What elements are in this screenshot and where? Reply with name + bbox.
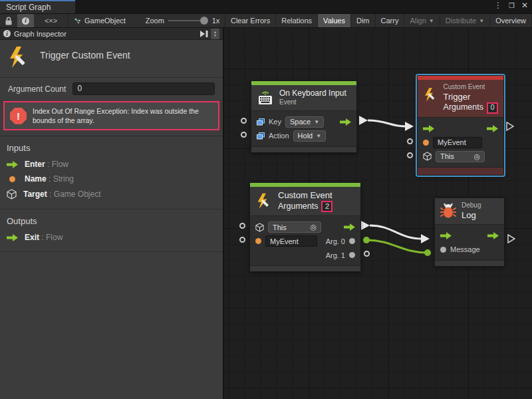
key-selector-icon	[257, 132, 265, 140]
wire-end-dot	[424, 249, 431, 256]
panel-spinner[interactable]: ▲▼	[211, 29, 219, 39]
node-footer	[418, 167, 503, 175]
node-trigger-custom-event[interactable]: Custom Event Trigger Arguments 0	[417, 75, 504, 176]
custom-event-icon	[255, 192, 273, 211]
port-log-exit[interactable]	[507, 234, 515, 243]
argument-count-row: Argument Count 0	[0, 78, 223, 99]
zoom-slider[interactable]	[168, 20, 205, 21]
event-name-input[interactable]: MyEvent	[265, 235, 317, 247]
more-menu-icon[interactable]: ⋮	[494, 1, 502, 10]
arg0-label: Arg. 0	[326, 237, 345, 245]
node-title: Trigger	[444, 92, 498, 102]
arg1-row: Arg. 1	[250, 248, 360, 262]
inspector-toggle-button[interactable]: i	[17, 14, 34, 27]
target-dropdown[interactable]: This ◎	[268, 221, 321, 233]
overview-button[interactable]: Overview	[490, 14, 532, 27]
arguments-count-field-error[interactable]: 2	[321, 201, 332, 212]
port-action-input[interactable]	[241, 132, 247, 138]
node-header[interactable]: Custom Event Arguments 2	[250, 187, 360, 215]
wire-start-arrow	[359, 116, 368, 125]
gameobject-reference-button[interactable]: GameObject	[80, 14, 131, 27]
flow-output-port[interactable]	[340, 118, 351, 126]
port-arg1-output[interactable]	[364, 251, 370, 257]
port-ce-target-input[interactable]	[239, 223, 245, 229]
action-dropdown[interactable]: Hold ▼	[293, 130, 327, 142]
arg0-output-port[interactable]	[349, 238, 355, 244]
arguments-label: Arguments	[278, 201, 318, 212]
node-category: Debug	[462, 201, 481, 210]
gameobject-cube-icon	[7, 189, 17, 200]
node-debug-log[interactable]: Debug Log	[434, 198, 505, 267]
distribute-button[interactable]: Distribute▼	[440, 14, 490, 27]
argument-count-input[interactable]: 0	[72, 82, 215, 95]
chevron-down-icon: ▼	[429, 18, 434, 24]
tab-script-graph[interactable]: Script Graph	[0, 0, 75, 13]
flow-output-port[interactable]	[487, 125, 498, 132]
chevron-down-icon: ▼	[479, 18, 484, 24]
keyboard-event-icon	[257, 90, 274, 106]
key-selector-icon	[257, 118, 265, 126]
dock-panel-icon[interactable]	[200, 30, 209, 38]
tab-bar: Script Graph ⋮ ❒ ✕	[0, 0, 532, 13]
unit-title: Trigger Custom Event	[40, 50, 130, 61]
port-trigger-name-input[interactable]	[407, 138, 413, 144]
arguments-count-field-error[interactable]: 0	[487, 102, 498, 114]
dim-button[interactable]: Dim	[351, 14, 376, 27]
graph-canvas[interactable]: On Keyboard Input Event Key Space ▼	[224, 28, 532, 399]
lock-button[interactable]	[0, 14, 17, 27]
node-header[interactable]: On Keyboard Input Event	[251, 85, 356, 110]
object-picker-icon[interactable]: ◎	[473, 152, 480, 161]
wire-arg0-to-message	[366, 240, 428, 253]
string-port[interactable]	[423, 140, 429, 146]
string-port[interactable]	[255, 238, 261, 244]
node-header[interactable]: Debug Log	[435, 198, 504, 224]
flow-arrow-icon	[7, 234, 18, 241]
wire-end-arrow	[405, 122, 414, 131]
flow-input-port[interactable]	[440, 232, 452, 239]
flow-output-port[interactable]	[344, 223, 355, 231]
node-on-keyboard-input[interactable]: On Keyboard Input Event Key Space ▼	[251, 80, 357, 153]
message-input-port[interactable]	[440, 247, 446, 253]
error-message-text: Index Out Of Range Exception: Index was …	[33, 106, 213, 125]
flow-input-port[interactable]	[423, 125, 434, 132]
port-key-input[interactable]	[241, 118, 247, 124]
code-preview-button[interactable]: <×>	[40, 14, 62, 27]
flow-output-port[interactable]	[487, 232, 499, 239]
target-dropdown[interactable]: This ◎	[436, 151, 485, 162]
graph-inspector-header[interactable]: i Graph Inspector ▲▼	[0, 28, 223, 40]
outputs-header: Outputs	[0, 213, 223, 230]
close-icon[interactable]: ✕	[521, 1, 528, 10]
port-ce-name-input[interactable]	[239, 237, 245, 243]
node-header[interactable]: Custom Event Trigger Arguments 0	[418, 80, 503, 117]
object-picker-icon[interactable]: ◎	[310, 223, 317, 231]
zoom-slider-handle[interactable]	[200, 17, 208, 25]
carry-button[interactable]: Carry	[376, 14, 405, 27]
maximize-icon[interactable]: ❒	[509, 2, 515, 9]
input-pin-enter: Enter : Flow	[0, 157, 223, 172]
relations-button[interactable]: Relations	[276, 14, 318, 27]
unit-title-block: Trigger Custom Event	[0, 40, 223, 78]
event-name-input[interactable]: MyEvent	[433, 137, 482, 148]
zoom-value: 1x	[208, 14, 225, 27]
key-label: Key	[269, 118, 281, 126]
info-icon: i	[22, 17, 29, 25]
port-trigger-target-input[interactable]	[407, 152, 413, 158]
event-name-row: MyEvent Arg. 0	[250, 234, 360, 248]
values-button[interactable]: Values	[318, 14, 351, 27]
port-trigger-exit[interactable]	[506, 122, 514, 131]
gameobject-cube-icon	[423, 152, 432, 161]
inputs-section: Inputs Enter : Flow Name : String	[0, 136, 223, 209]
message-label: Message	[450, 245, 480, 253]
action-label: Action	[269, 132, 289, 140]
node-footer	[435, 260, 504, 266]
align-button[interactable]: Align▼	[404, 14, 440, 27]
node-title: Log	[462, 210, 481, 221]
clear-errors-button[interactable]: Clear Errors	[225, 14, 276, 27]
wire-customevent-to-log	[370, 225, 422, 239]
wire-start-arrow	[361, 221, 370, 230]
node-footer	[251, 146, 356, 152]
node-custom-event[interactable]: Custom Event Arguments 2 This	[249, 182, 361, 272]
arg1-output-port[interactable]	[349, 252, 355, 258]
message-row: Message	[435, 243, 504, 257]
key-dropdown[interactable]: Space ▼	[285, 116, 324, 128]
